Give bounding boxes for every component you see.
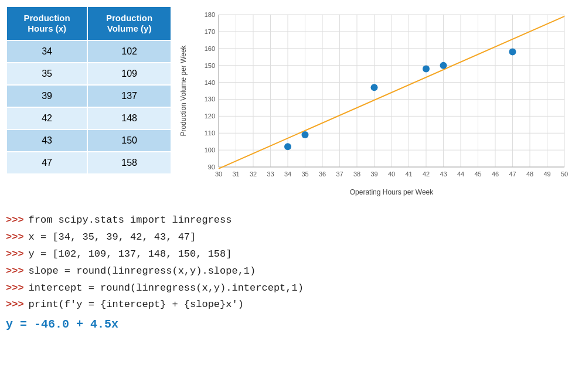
data-point bbox=[284, 143, 291, 150]
svg-text:160: 160 bbox=[205, 45, 215, 52]
svg-text:130: 130 bbox=[205, 96, 215, 103]
table-cell-x: 47 bbox=[6, 152, 87, 174]
prompt-symbol: >>> bbox=[6, 280, 24, 297]
code-section: >>>from scipy.stats import linregress>>>… bbox=[6, 212, 576, 335]
table-cell-x: 34 bbox=[6, 40, 87, 63]
svg-text:140: 140 bbox=[205, 79, 215, 86]
svg-text:44: 44 bbox=[457, 171, 464, 178]
svg-text:33: 33 bbox=[267, 171, 274, 178]
svg-text:34: 34 bbox=[284, 171, 291, 178]
code-text: x = [34, 35, 39, 42, 43, 47] bbox=[29, 229, 196, 246]
data-point bbox=[302, 131, 309, 138]
code-line-0: >>>from scipy.stats import linregress bbox=[6, 212, 576, 229]
svg-text:49: 49 bbox=[543, 171, 550, 178]
svg-text:30: 30 bbox=[215, 171, 222, 178]
data-point bbox=[423, 65, 430, 72]
data-point bbox=[509, 49, 516, 56]
table-cell-y: 150 bbox=[87, 129, 171, 152]
svg-text:50: 50 bbox=[561, 171, 568, 178]
prompt-symbol: >>> bbox=[6, 229, 24, 246]
svg-text:46: 46 bbox=[492, 171, 499, 178]
data-point bbox=[371, 84, 378, 91]
result-output: y = -46.0 + 4.5x bbox=[6, 315, 576, 335]
svg-text:31: 31 bbox=[232, 171, 239, 178]
svg-text:90: 90 bbox=[208, 163, 215, 171]
svg-text:110: 110 bbox=[205, 129, 215, 137]
col-header-x: Production Hours (x) bbox=[6, 6, 87, 40]
prompt-symbol: >>> bbox=[6, 212, 24, 229]
code-text: slope = round(linregress(x,y).slope,1) bbox=[29, 263, 256, 280]
code-line-1: >>>x = [34, 35, 39, 42, 43, 47] bbox=[6, 229, 576, 246]
table-cell-x: 39 bbox=[6, 85, 87, 107]
svg-text:39: 39 bbox=[370, 171, 377, 178]
svg-text:42: 42 bbox=[423, 171, 430, 178]
code-line-2: >>>y = [102, 109, 137, 148, 150, 158] bbox=[6, 246, 576, 263]
prompt-symbol: >>> bbox=[6, 296, 24, 313]
chart-container: 9010011012013014015016017018030313233343… bbox=[178, 6, 576, 202]
svg-text:100: 100 bbox=[205, 146, 215, 154]
code-line-4: >>>intercept = round(linregress(x,y).int… bbox=[6, 280, 576, 297]
code-text: from scipy.stats import linregress bbox=[29, 212, 232, 229]
prompt-symbol: >>> bbox=[6, 246, 24, 263]
svg-text:38: 38 bbox=[353, 171, 360, 178]
svg-text:48: 48 bbox=[526, 171, 533, 178]
prompt-symbol: >>> bbox=[6, 263, 24, 280]
svg-text:37: 37 bbox=[336, 171, 343, 178]
code-text: intercept = round(linregress(x,y).interc… bbox=[29, 280, 304, 297]
code-text: y = [102, 109, 137, 148, 150, 158] bbox=[29, 246, 232, 263]
data-point bbox=[440, 62, 447, 69]
table-cell-x: 43 bbox=[6, 129, 87, 152]
table-cell-x: 42 bbox=[6, 107, 87, 129]
svg-text:45: 45 bbox=[474, 171, 481, 178]
code-text: print(f'y = {intercept} + {slope}x') bbox=[29, 296, 244, 313]
svg-text:41: 41 bbox=[405, 171, 412, 178]
data-table: Production Hours (x) Production Volume (… bbox=[6, 6, 172, 175]
table-cell-y: 158 bbox=[87, 152, 171, 174]
table-cell-y: 109 bbox=[87, 63, 171, 85]
table-cell-x: 35 bbox=[6, 63, 87, 85]
svg-text:Operating Hours per Week: Operating Hours per Week bbox=[350, 188, 434, 196]
svg-text:35: 35 bbox=[301, 171, 308, 178]
svg-text:Production Volume per Week: Production Volume per Week bbox=[179, 45, 188, 136]
scatter-chart: 9010011012013014015016017018030313233343… bbox=[178, 6, 576, 199]
svg-text:32: 32 bbox=[250, 171, 257, 178]
code-line-3: >>>slope = round(linregress(x,y).slope,1… bbox=[6, 263, 576, 280]
svg-text:47: 47 bbox=[509, 171, 516, 178]
table-cell-y: 137 bbox=[87, 85, 171, 107]
code-line-5: >>>print(f'y = {intercept} + {slope}x') bbox=[6, 296, 576, 313]
top-section: Production Hours (x) Production Volume (… bbox=[6, 6, 576, 202]
table-cell-y: 102 bbox=[87, 40, 171, 63]
svg-text:170: 170 bbox=[205, 28, 215, 35]
svg-text:120: 120 bbox=[205, 113, 215, 120]
table-cell-y: 148 bbox=[87, 107, 171, 129]
svg-text:43: 43 bbox=[440, 171, 447, 178]
svg-text:40: 40 bbox=[388, 171, 395, 178]
col-header-y: Production Volume (y) bbox=[87, 6, 171, 40]
svg-text:36: 36 bbox=[319, 171, 326, 178]
svg-text:180: 180 bbox=[205, 11, 215, 18]
svg-text:150: 150 bbox=[205, 62, 215, 69]
